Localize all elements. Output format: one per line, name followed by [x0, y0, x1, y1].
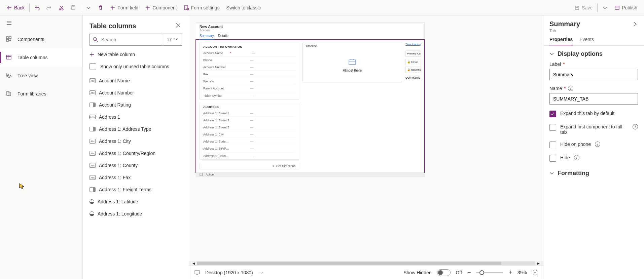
display-options-section[interactable]: Display options	[543, 46, 644, 59]
new-table-column-button[interactable]: New table column	[83, 48, 189, 61]
form-field[interactable]: Address 1: Street 3---	[203, 124, 295, 131]
canvas-tab-details[interactable]: Details	[218, 34, 228, 40]
canvas-h-scrollbar[interactable]: ◂▸	[189, 261, 543, 266]
redo-button[interactable]	[43, 0, 55, 15]
column-item[interactable]: AbcAddress 1: Fax	[90, 171, 187, 184]
close-icon	[176, 23, 181, 28]
publish-icon	[614, 5, 620, 10]
hide-phone-row[interactable]: Hide on phone i	[543, 138, 644, 152]
save-chevron-button[interactable]	[599, 0, 611, 15]
hide-phone-checkbox[interactable]	[549, 142, 556, 148]
zoom-in-button[interactable]: +	[508, 269, 512, 276]
back-button[interactable]: Back	[3, 0, 28, 15]
zoom-slider[interactable]	[476, 272, 503, 273]
filter-button[interactable]	[163, 34, 182, 46]
hide-checkbox[interactable]	[549, 155, 556, 162]
rail-table-columns[interactable]: Table columns	[0, 48, 82, 67]
info-icon[interactable]: i	[633, 124, 638, 129]
rail-components[interactable]: Components	[0, 30, 82, 48]
svg-rect-6	[615, 6, 619, 9]
form-field[interactable]: Phone---	[203, 57, 295, 64]
form-field[interactable]: Address 1: City---	[203, 131, 295, 138]
rail-form-libraries[interactable]: Form libraries	[0, 85, 82, 103]
search-input-wrapper[interactable]	[90, 34, 163, 46]
expand-first-row[interactable]: Expand first component to full tab i	[543, 121, 644, 138]
column-item[interactable]: Address 1: Freight Terms	[90, 184, 187, 196]
hide-row[interactable]: Hide i	[543, 152, 644, 165]
paste-button[interactable]	[67, 0, 79, 15]
show-hidden-toggle[interactable]	[437, 269, 451, 276]
chevron-right-icon[interactable]	[632, 21, 638, 27]
get-directions-row[interactable]: ✧Get Directions	[200, 163, 299, 169]
column-item[interactable]: AbcAccount Name	[90, 75, 187, 87]
label-input[interactable]	[549, 69, 638, 80]
form-field[interactable]: Parent Account---	[203, 85, 295, 92]
undo-button[interactable]	[31, 0, 43, 15]
account-info-section[interactable]: ACCOUNT INFORMATION Account Name*---Phon…	[200, 43, 299, 99]
address-section[interactable]: ADDRESS Address 1: Street 1---Address 1:…	[200, 103, 299, 160]
paste-chevron-button[interactable]	[82, 0, 95, 15]
search-input[interactable]	[101, 37, 160, 42]
side-contacts: CONTACTS	[405, 76, 421, 79]
form-settings-button[interactable]: Form settings	[180, 0, 223, 15]
info-icon[interactable]: i	[574, 155, 579, 160]
rail-tree-view[interactable]: Tree view	[0, 67, 82, 85]
name-input[interactable]	[549, 93, 638, 105]
form-field[interactable]: Address 1: State/Province---	[203, 138, 295, 145]
form-field[interactable]: Ticker Symbol---	[203, 92, 295, 99]
expand-first-checkbox[interactable]	[549, 124, 556, 131]
add-form-field-button[interactable]: Form field	[107, 0, 142, 15]
plus-icon	[90, 52, 94, 57]
form-field[interactable]: Address 1: Country/Region---	[203, 152, 295, 159]
redo-icon	[46, 5, 52, 10]
show-unused-checkbox[interactable]	[90, 63, 96, 70]
canvas-tab-summary[interactable]: Summary	[200, 34, 214, 40]
properties-panel: Summary Tab Properties Events Display op…	[543, 15, 644, 279]
tab-properties[interactable]: Properties	[549, 37, 573, 45]
column-item[interactable]: AbcdefAddress 1	[90, 111, 187, 123]
formatting-section[interactable]: Formatting	[543, 165, 644, 178]
timeline-section[interactable]: Timeline Almost there	[302, 43, 402, 82]
form-field[interactable]: Account Name*---	[203, 50, 295, 57]
form-field[interactable]: Account Number---	[203, 64, 295, 71]
info-icon[interactable]: i	[568, 86, 573, 91]
column-item[interactable]: AbcAddress 1: County	[90, 159, 187, 171]
form-field[interactable]: Fax---	[203, 71, 295, 78]
form-field[interactable]: Website---	[203, 78, 295, 85]
column-item[interactable]: AbcAddress 1: Country/Region	[90, 147, 187, 159]
form-field[interactable]: Address 1: Street 2---	[203, 117, 295, 124]
column-item[interactable]: Address 1: Longitude	[90, 208, 187, 220]
form-field[interactable]: Address 1: Street 1---	[203, 110, 295, 117]
form-field[interactable]: Address 1: ZIP/Postal Code---	[203, 145, 295, 152]
column-item[interactable]: Address 1: Address Type	[90, 123, 187, 135]
column-type-icon	[90, 199, 94, 204]
name-label: Name	[549, 86, 562, 91]
delete-button[interactable]	[95, 0, 107, 15]
hamburger-button[interactable]	[0, 15, 82, 30]
expand-default-row[interactable]: Expand this tab by default	[543, 107, 644, 121]
close-panel-button[interactable]	[175, 22, 182, 30]
tab-events[interactable]: Events	[579, 37, 594, 45]
zoom-out-button[interactable]: −	[467, 269, 471, 276]
column-label: Account Rating	[99, 102, 131, 108]
save-button[interactable]: Save	[571, 0, 596, 15]
switch-classic-button[interactable]: Switch to classic	[223, 0, 264, 15]
fit-icon[interactable]	[532, 270, 538, 275]
column-list[interactable]: AbcAccount NameAbcAccount NumberAccount …	[83, 75, 189, 279]
form-canvas[interactable]: New Account Account Summary Details ACCO…	[196, 22, 425, 177]
add-component-button[interactable]: Component	[142, 0, 180, 15]
rail-label: Components	[17, 37, 44, 42]
publish-button[interactable]: Publish	[611, 0, 641, 15]
show-unused-row[interactable]: Show only unused table columns	[83, 61, 189, 75]
column-item[interactable]: AbcAddress 1: City	[90, 135, 187, 147]
expand-default-checkbox[interactable]	[549, 111, 556, 117]
column-item[interactable]: Address 1: Latitude	[90, 196, 187, 208]
column-item[interactable]: AbcAccount Number	[90, 87, 187, 99]
chevron-down-icon[interactable]	[258, 270, 264, 275]
cut-button[interactable]	[55, 0, 67, 15]
error-loading-link[interactable]: Error loading	[405, 43, 421, 46]
column-item[interactable]: Account Rating	[90, 99, 187, 111]
canvas-tabs: Summary Details	[196, 32, 424, 40]
save-label: Save	[582, 5, 593, 10]
info-icon[interactable]: i	[595, 142, 600, 147]
